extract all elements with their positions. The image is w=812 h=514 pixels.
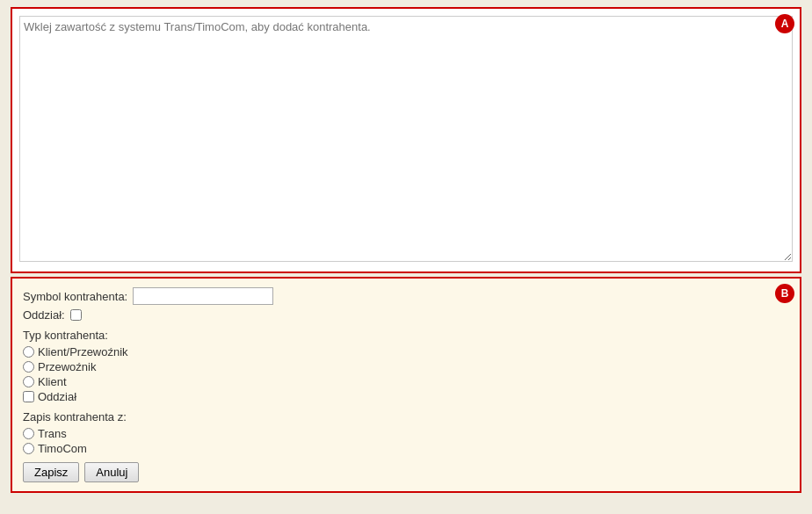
section-a: A <box>11 7 801 273</box>
zapis-label-timocom: TimoCom <box>38 442 87 455</box>
typ-option-przewoznik[interactable]: Przewoźnik <box>23 360 789 373</box>
buttons-row: Zapisz Anuluj <box>23 462 789 482</box>
typ-label-przewoznik: Przewoźnik <box>38 360 96 373</box>
paste-textarea[interactable] <box>19 16 793 262</box>
symbol-label: Symbol kontrahenta: <box>23 290 127 303</box>
badge-a: A <box>775 14 794 33</box>
typ-radio-group: Klient/Przewoźnik Przewoźnik Klient Oddz… <box>23 345 789 403</box>
radio-trans[interactable] <box>23 428 34 439</box>
zapis-label-trans: Trans <box>38 427 67 440</box>
badge-b: B <box>775 284 794 303</box>
zapis-radio-group: Trans TimoCom <box>23 427 789 455</box>
typ-label: Typ kontrahenta: <box>23 329 789 342</box>
typ-option-klient-przewoznik[interactable]: Klient/Przewoźnik <box>23 345 789 358</box>
section-b: B Symbol kontrahenta: Oddział: Typ kontr… <box>11 277 801 493</box>
symbol-input[interactable] <box>133 287 273 305</box>
radio-klient-przewoznik[interactable] <box>23 346 34 358</box>
oddzial-label: Oddział: <box>23 308 65 322</box>
zapis-label: Zapis kontrahenta z: <box>23 410 789 424</box>
zapis-option-timocom[interactable]: TimoCom <box>23 442 789 455</box>
typ-option-oddzial[interactable]: Oddział <box>23 390 789 403</box>
zapis-option-trans[interactable]: Trans <box>23 427 789 440</box>
oddzial-checkbox[interactable] <box>70 309 82 321</box>
main-container: A B Symbol kontrahenta: Oddział: Typ kon… <box>11 7 801 493</box>
typ-label-oddzial: Oddział <box>38 390 76 403</box>
typ-label-klient: Klient <box>38 375 67 388</box>
checkbox-oddzial-typ[interactable] <box>23 391 34 402</box>
radio-klient[interactable] <box>23 376 34 387</box>
radio-przewoznik[interactable] <box>23 361 34 373</box>
typ-label-klient-przewoznik: Klient/Przewoźnik <box>38 345 128 358</box>
cancel-button[interactable]: Anuluj <box>84 462 139 482</box>
save-button[interactable]: Zapisz <box>23 462 79 482</box>
typ-option-klient[interactable]: Klient <box>23 375 789 388</box>
radio-timocom[interactable] <box>23 443 34 454</box>
symbol-row: Symbol kontrahenta: <box>23 287 789 305</box>
oddzial-row: Oddział: <box>23 308 789 322</box>
